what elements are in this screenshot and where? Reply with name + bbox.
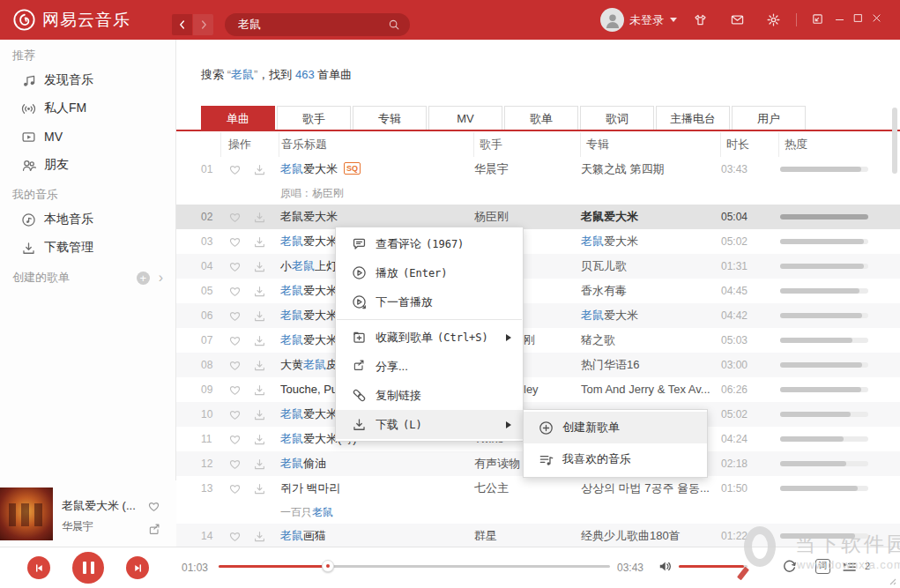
create-playlist-icon[interactable]: + bbox=[137, 272, 150, 285]
column-header[interactable]: 操作 bbox=[220, 132, 279, 157]
song-title[interactable]: 老鼠爱大米 bbox=[280, 205, 473, 229]
download-icon[interactable] bbox=[253, 157, 266, 182]
download-icon[interactable] bbox=[253, 402, 266, 427]
sidebar-item[interactable]: 下载管理 bbox=[0, 234, 175, 262]
table-row[interactable]: 01老鼠爱大米SQ原唱：杨臣刚华晨宇天籁之战 第四期03:43 bbox=[176, 157, 900, 205]
app-logo[interactable]: 网易云音乐 bbox=[12, 8, 130, 32]
volume-slider[interactable] bbox=[679, 565, 748, 568]
table-row[interactable]: 04小老鼠上灯台贝瓦儿歌01:31 bbox=[176, 254, 900, 279]
skin-icon[interactable] bbox=[693, 12, 708, 27]
column-header[interactable] bbox=[176, 132, 220, 157]
login-menu[interactable]: 未登录 bbox=[629, 0, 677, 40]
song-album[interactable]: 贝瓦儿歌 bbox=[580, 254, 720, 279]
song-title[interactable]: 쥐가 백마리 bbox=[280, 476, 473, 501]
download-icon[interactable] bbox=[253, 353, 266, 377]
menu-item[interactable]: 分享... bbox=[336, 352, 523, 381]
result-tab[interactable]: 歌手 bbox=[277, 106, 351, 130]
minimize-icon[interactable] bbox=[834, 14, 845, 26]
column-header[interactable]: 时长 bbox=[720, 132, 778, 157]
sidebar-item[interactable]: 朋友 bbox=[0, 151, 175, 179]
like-icon[interactable] bbox=[228, 205, 242, 229]
download-icon[interactable] bbox=[253, 205, 266, 229]
like-icon[interactable] bbox=[228, 229, 242, 254]
nav-forward-button[interactable] bbox=[193, 14, 213, 35]
search-icon[interactable] bbox=[388, 19, 400, 31]
song-artist[interactable]: 群星 bbox=[473, 524, 580, 547]
table-row[interactable]: 03老鼠爱大米老鼠爱大米05:02 bbox=[176, 229, 900, 254]
song-artist[interactable]: 七公主 bbox=[473, 476, 580, 524]
song-album[interactable]: 香水有毒 bbox=[580, 279, 720, 303]
song-title[interactable]: 老鼠爱大米SQ bbox=[280, 157, 473, 182]
pause-button[interactable] bbox=[72, 552, 104, 584]
like-icon[interactable] bbox=[228, 279, 242, 303]
download-icon[interactable] bbox=[253, 451, 266, 476]
table-row[interactable]: 09Touche, PusleyTom And Jerry & Tex Av..… bbox=[176, 377, 900, 402]
table-row[interactable]: 06老鼠爱大米老鼠爱大米04:42 bbox=[176, 303, 900, 328]
table-row[interactable]: 07老鼠爱大米(刚猪之歌05:03 bbox=[176, 328, 900, 353]
column-header[interactable]: 音乐标题 bbox=[279, 132, 473, 157]
song-artist[interactable]: 华晨宇 bbox=[473, 157, 580, 205]
now-playing-title[interactable]: 老鼠爱大米 (... bbox=[62, 498, 143, 514]
result-tab[interactable]: 主播电台 bbox=[656, 106, 730, 130]
download-icon[interactable] bbox=[253, 524, 266, 547]
menu-item[interactable]: 收藏到歌单(Ctrl+S) bbox=[336, 323, 523, 352]
menu-item[interactable]: 下载(L) bbox=[336, 410, 523, 439]
lyrics-icon[interactable]: 词 bbox=[815, 559, 830, 574]
download-icon[interactable] bbox=[253, 279, 266, 303]
share-song-icon[interactable] bbox=[147, 523, 160, 536]
playlist-icon[interactable] bbox=[841, 559, 858, 576]
settings-icon[interactable] bbox=[766, 12, 781, 27]
column-header[interactable]: 歌手 bbox=[473, 132, 580, 157]
like-icon[interactable] bbox=[228, 402, 242, 427]
menu-item[interactable]: 下一首播放 bbox=[336, 287, 523, 316]
like-icon[interactable] bbox=[228, 524, 242, 547]
mail-icon[interactable] bbox=[730, 12, 745, 27]
next-button[interactable] bbox=[126, 556, 149, 579]
table-row[interactable]: 13쥐가 백마리一百只老鼠七公主상상의 마법 7공주 율동...01:50 bbox=[176, 476, 900, 524]
resize-grip[interactable] bbox=[887, 576, 896, 585]
song-artist[interactable]: 杨臣刚 bbox=[473, 205, 580, 229]
table-row[interactable]: 08大黄老鼠皮热门华语1603:00 bbox=[176, 353, 900, 377]
download-icon[interactable] bbox=[253, 254, 266, 279]
download-icon[interactable] bbox=[253, 377, 266, 402]
like-icon[interactable] bbox=[228, 377, 242, 402]
result-tab[interactable]: 歌单 bbox=[504, 106, 578, 130]
scrollbar-thumb[interactable] bbox=[892, 108, 897, 174]
menu-item[interactable]: 复制链接 bbox=[336, 381, 523, 410]
maximize-icon[interactable] bbox=[852, 12, 864, 24]
volume-icon[interactable] bbox=[658, 559, 673, 574]
song-album[interactable]: Tom And Jerry & Tex Av... bbox=[580, 377, 720, 402]
column-header[interactable]: 热度 bbox=[778, 132, 900, 157]
table-row[interactable]: 05老鼠爱大米香水有毒04:45 bbox=[176, 279, 900, 303]
download-icon[interactable] bbox=[253, 303, 266, 328]
result-tab[interactable]: MV bbox=[428, 106, 502, 130]
song-album[interactable]: 老鼠爱大米 bbox=[580, 205, 720, 229]
menu-item[interactable]: 创建新歌单 bbox=[524, 412, 707, 443]
close-icon[interactable] bbox=[871, 12, 882, 24]
expand-playlists-icon[interactable]: › bbox=[159, 267, 163, 288]
progress-bar[interactable] bbox=[219, 565, 610, 568]
download-icon[interactable] bbox=[253, 328, 266, 353]
download-icon[interactable] bbox=[253, 427, 266, 451]
table-row[interactable]: 14老鼠画猫群星经典少儿歌曲180首01:22 bbox=[176, 524, 900, 547]
menu-item[interactable]: 播放(Enter) bbox=[336, 258, 523, 287]
song-title[interactable]: 老鼠偷油 bbox=[280, 451, 473, 476]
like-icon[interactable] bbox=[228, 157, 242, 182]
result-tab[interactable]: 单曲 bbox=[201, 106, 275, 130]
song-album[interactable]: 热门华语16 bbox=[580, 353, 720, 377]
song-album[interactable]: 天籁之战 第四期 bbox=[580, 157, 720, 205]
menu-item[interactable]: 我喜欢的音乐 bbox=[524, 443, 707, 475]
album-art[interactable] bbox=[0, 488, 53, 540]
sidebar-item[interactable]: 本地音乐 bbox=[0, 205, 175, 234]
like-song-icon[interactable] bbox=[147, 500, 160, 513]
sidebar-item[interactable]: 发现音乐 bbox=[0, 66, 175, 94]
song-album[interactable]: 老鼠爱大米 bbox=[580, 229, 720, 254]
download-icon[interactable] bbox=[253, 229, 266, 254]
result-tab[interactable]: 歌词 bbox=[580, 106, 654, 130]
result-tab[interactable]: 专辑 bbox=[353, 106, 427, 130]
sidebar-item[interactable]: MV bbox=[0, 123, 175, 151]
like-icon[interactable] bbox=[228, 303, 242, 328]
download-icon[interactable] bbox=[253, 476, 266, 501]
like-icon[interactable] bbox=[228, 451, 242, 476]
column-header[interactable]: 专辑 bbox=[580, 132, 720, 157]
